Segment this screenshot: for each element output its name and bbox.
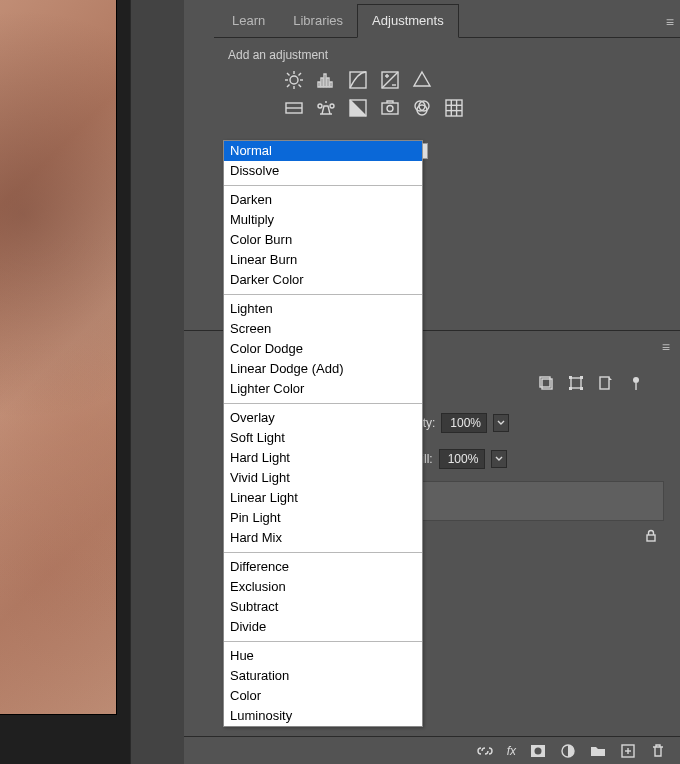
layer-row-bg[interactable]: [416, 523, 664, 551]
blend-mode-option[interactable]: Pin Light: [224, 508, 422, 528]
new-layer-icon[interactable]: [620, 743, 636, 759]
blend-mode-option[interactable]: Screen: [224, 319, 422, 339]
pin-icon[interactable]: [628, 375, 644, 391]
fill-value[interactable]: 100%: [439, 449, 485, 469]
svg-line-6: [299, 85, 302, 88]
export-icon[interactable]: [598, 375, 614, 391]
blend-mode-option[interactable]: Lighten: [224, 299, 422, 319]
blend-mode-option[interactable]: Soft Light: [224, 428, 422, 448]
bw-icon[interactable]: [348, 98, 368, 118]
crop-icon[interactable]: [538, 375, 554, 391]
blend-mode-option[interactable]: Luminosity: [224, 706, 422, 726]
svg-rect-35: [580, 376, 583, 379]
lock-icon[interactable]: [644, 529, 658, 543]
adjustments-panel: Learn Libraries Adjustments ≡ Add an adj…: [214, 4, 680, 132]
blend-mode-option[interactable]: Normal: [224, 141, 422, 161]
svg-rect-12: [327, 78, 329, 87]
svg-rect-11: [324, 74, 326, 87]
hue-sat-icon[interactable]: [284, 98, 304, 118]
svg-line-8: [299, 73, 302, 76]
brightness-contrast-icon[interactable]: [284, 70, 304, 90]
trash-icon[interactable]: [650, 743, 666, 759]
levels-icon[interactable]: [316, 70, 336, 90]
panel-tab-row: Learn Libraries Adjustments ≡: [214, 4, 680, 38]
svg-point-39: [633, 377, 639, 383]
blend-mode-option[interactable]: Hard Light: [224, 448, 422, 468]
svg-rect-10: [321, 78, 323, 87]
blend-mode-option[interactable]: Linear Light: [224, 488, 422, 508]
svg-point-22: [387, 106, 393, 112]
lut-icon[interactable]: [444, 98, 464, 118]
opacity-chevron-icon[interactable]: [493, 414, 509, 432]
opacity-value[interactable]: 100%: [441, 413, 487, 433]
blend-mode-option[interactable]: Lighter Color: [224, 379, 422, 399]
curves-icon[interactable]: [348, 70, 368, 90]
tab-learn[interactable]: Learn: [218, 5, 279, 37]
dropdown-separator: [224, 403, 422, 404]
layers-top-icon-row: [538, 375, 644, 391]
fill-chevron-icon[interactable]: [491, 450, 507, 468]
svg-point-0: [290, 76, 298, 84]
blend-mode-option[interactable]: Subtract: [224, 597, 422, 617]
svg-rect-9: [318, 82, 320, 87]
tab-adjustments[interactable]: Adjustments: [357, 4, 459, 38]
blend-mode-option[interactable]: Linear Burn: [224, 250, 422, 270]
dropdown-separator: [224, 294, 422, 295]
svg-rect-34: [569, 376, 572, 379]
blend-mode-option[interactable]: Darker Color: [224, 270, 422, 290]
blend-mode-option[interactable]: Difference: [224, 557, 422, 577]
panel-dock-strip: [130, 0, 184, 764]
blend-mode-dropdown[interactable]: NormalDissolveDarkenMultiplyColor BurnLi…: [223, 140, 423, 727]
layer-row[interactable]: [416, 481, 664, 521]
vibrance-icon[interactable]: [412, 70, 432, 90]
transform-icon[interactable]: [568, 375, 584, 391]
svg-line-5: [287, 73, 290, 76]
svg-rect-37: [580, 387, 583, 390]
svg-rect-36: [569, 387, 572, 390]
add-adjustment-label: Add an adjustment: [228, 48, 666, 62]
adjustment-icon[interactable]: [560, 743, 576, 759]
adjustment-icon-row-2: [284, 98, 666, 118]
blend-mode-option[interactable]: Color Burn: [224, 230, 422, 250]
svg-rect-13: [330, 82, 332, 87]
blend-mode-option[interactable]: Hue: [224, 646, 422, 666]
color-balance-icon[interactable]: [316, 98, 336, 118]
panel-menu-icon[interactable]: ≡: [666, 14, 674, 30]
canvas-background: [0, 0, 130, 764]
layers-panel-menu-icon[interactable]: ≡: [662, 339, 670, 355]
dropdown-separator: [224, 641, 422, 642]
blend-mode-option[interactable]: Color: [224, 686, 422, 706]
svg-point-18: [318, 104, 322, 108]
blend-mode-option[interactable]: Darken: [224, 190, 422, 210]
exposure-icon[interactable]: [380, 70, 400, 90]
blend-mode-option[interactable]: Exclusion: [224, 577, 422, 597]
svg-point-43: [535, 747, 542, 754]
svg-line-7: [287, 85, 290, 88]
channel-mixer-icon[interactable]: [412, 98, 432, 118]
blend-mode-option[interactable]: Linear Dodge (Add): [224, 359, 422, 379]
tab-libraries[interactable]: Libraries: [279, 5, 357, 37]
group-icon[interactable]: [590, 743, 606, 759]
blend-mode-option[interactable]: Divide: [224, 617, 422, 637]
link-icon[interactable]: [477, 743, 493, 759]
blend-mode-option[interactable]: Vivid Light: [224, 468, 422, 488]
opacity-row: city: 100%: [414, 413, 664, 433]
mask-icon[interactable]: [530, 743, 546, 759]
svg-rect-26: [446, 100, 462, 116]
blend-mode-option[interactable]: Overlay: [224, 408, 422, 428]
photo-filter-icon[interactable]: [380, 98, 400, 118]
fx-icon[interactable]: fx: [507, 744, 516, 758]
layers-bottom-bar: fx: [184, 736, 680, 764]
svg-rect-14: [350, 72, 366, 88]
svg-point-19: [330, 104, 334, 108]
adjustment-icon-row-1: [284, 70, 666, 90]
blend-mode-option[interactable]: Dissolve: [224, 161, 422, 181]
svg-rect-41: [647, 535, 655, 541]
blend-mode-option[interactable]: Multiply: [224, 210, 422, 230]
blend-mode-option[interactable]: Color Dodge: [224, 339, 422, 359]
blend-mode-option[interactable]: Hard Mix: [224, 528, 422, 548]
svg-rect-38: [600, 377, 609, 389]
document-image[interactable]: [0, 0, 117, 715]
svg-rect-33: [571, 378, 581, 388]
blend-mode-option[interactable]: Saturation: [224, 666, 422, 686]
